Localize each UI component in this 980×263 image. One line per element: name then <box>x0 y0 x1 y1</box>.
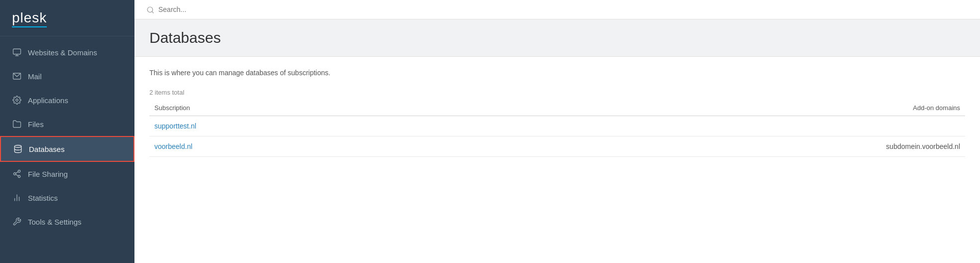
sidebar: plesk Websites & Domains Mail Applicatio… <box>0 0 134 263</box>
sidebar-item-label: Databases <box>29 145 65 153</box>
search-bar <box>134 0 980 19</box>
folder-icon <box>12 119 22 129</box>
sidebar-item-mail[interactable]: Mail <box>0 64 134 88</box>
svg-point-4 <box>16 99 18 102</box>
bar-chart-icon <box>12 193 22 203</box>
tools-icon <box>12 217 22 227</box>
sidebar-item-label: Statistics <box>28 194 58 202</box>
sidebar-logo: plesk <box>0 0 134 36</box>
table-row: voorbeeld.nl subdomein.voorbeeld.nl <box>149 136 965 157</box>
page-body: This is where you can manage databases o… <box>134 57 980 263</box>
sidebar-item-label: Tools & Settings <box>28 218 82 226</box>
col-addon-header: Add-on domains <box>461 100 965 116</box>
sidebar-item-label: Files <box>28 120 44 129</box>
sidebar-item-label: Websites & Domains <box>28 48 97 57</box>
sidebar-item-applications[interactable]: Applications <box>0 88 134 112</box>
addon-cell-2: subdomein.voorbeeld.nl <box>461 136 965 157</box>
sidebar-item-label: Mail <box>28 72 42 81</box>
databases-table: Subscription Add-on domains supporttest.… <box>149 100 965 157</box>
subscription-cell: supporttest.nl <box>149 116 461 136</box>
svg-rect-0 <box>13 49 21 54</box>
col-subscription-header: Subscription <box>149 100 461 116</box>
sidebar-item-files[interactable]: Files <box>0 112 134 136</box>
database-icon <box>13 144 23 154</box>
svg-point-5 <box>14 145 21 148</box>
svg-line-9 <box>15 174 18 176</box>
monitor-icon <box>12 47 22 57</box>
page-title: Databases <box>149 29 965 46</box>
table-header-row: Subscription Add-on domains <box>149 100 965 116</box>
sidebar-item-label: Applications <box>28 96 68 105</box>
subscription-cell: voorbeeld.nl <box>149 136 461 157</box>
page-description: This is where you can manage databases o… <box>149 69 965 77</box>
sidebar-nav: Websites & Domains Mail Applications Fil… <box>0 40 134 263</box>
subscription-link-2[interactable]: voorbeeld.nl <box>154 142 192 150</box>
svg-line-10 <box>15 172 18 173</box>
share-icon <box>12 169 22 179</box>
sidebar-item-databases[interactable]: Databases <box>0 136 134 162</box>
sidebar-item-label: File Sharing <box>28 170 68 178</box>
main-content: Databases This is where you can manage d… <box>134 0 980 263</box>
page-header: Databases <box>134 19 980 57</box>
search-icon <box>146 5 154 14</box>
search-input[interactable] <box>158 5 308 13</box>
sidebar-item-statistics[interactable]: Statistics <box>0 186 134 210</box>
sidebar-item-websites-domains[interactable]: Websites & Domains <box>0 40 134 64</box>
table-row: supporttest.nl <box>149 116 965 136</box>
addon-cell-1 <box>461 116 965 136</box>
gear-icon <box>12 95 22 105</box>
sidebar-item-file-sharing[interactable]: File Sharing <box>0 162 134 186</box>
svg-line-15 <box>152 11 153 13</box>
items-count: 2 items total <box>149 89 965 96</box>
sidebar-item-tools-settings[interactable]: Tools & Settings <box>0 210 134 234</box>
subscription-link-1[interactable]: supporttest.nl <box>154 122 196 130</box>
logo-text: plesk <box>12 10 47 27</box>
mail-icon <box>12 71 22 81</box>
